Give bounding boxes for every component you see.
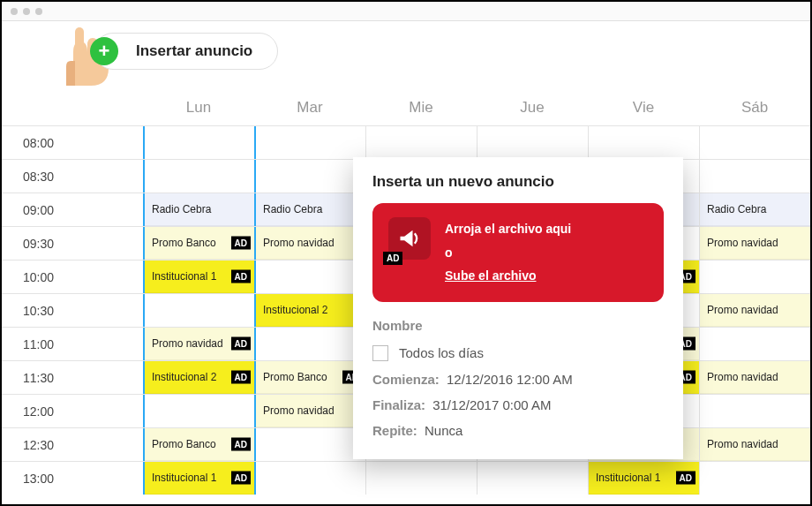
time-label: 11:00 [2, 328, 143, 360]
day-header: Sáb [699, 99, 810, 117]
ad-badge: AD [231, 371, 251, 384]
time-label: 10:00 [2, 261, 143, 293]
schedule-cell[interactable]: Promo BancoAD [254, 361, 365, 394]
schedule-cell[interactable]: Institucional 1AD [588, 462, 699, 495]
window-dot [35, 8, 42, 15]
time-label: 12:30 [2, 428, 143, 461]
insert-ad-button[interactable]: + Insertar anuncio [94, 33, 278, 70]
schedule-cell[interactable] [143, 294, 254, 327]
ad-badge: AD [231, 472, 251, 485]
event-block[interactable]: Promo navidad [700, 428, 810, 461]
ad-badge: AD [231, 438, 251, 451]
event-block[interactable]: Promo BancoAD [145, 428, 254, 461]
schedule-cell[interactable]: Promo navidad [699, 361, 810, 394]
time-label: 12:00 [2, 395, 143, 427]
repeat-label: Repite: [372, 423, 417, 438]
event-block[interactable]: Institucional 2 [256, 294, 365, 327]
schedule-cell[interactable] [254, 126, 365, 159]
schedule-cell[interactable]: Promo navidadAD [143, 328, 254, 360]
end-value[interactable]: 31/12/2017 0:00 AM [432, 397, 551, 412]
time-label: 08:30 [2, 160, 143, 193]
event-block[interactable]: Institucional 1AD [145, 462, 254, 495]
schedule-cell[interactable]: Institucional 1AD [143, 261, 254, 293]
event-block[interactable]: Promo navidad [256, 395, 365, 427]
day-header: Mie [365, 99, 477, 117]
event-block[interactable]: Radio Cebra [700, 193, 810, 226]
schedule-cell[interactable]: Promo BancoAD [143, 227, 254, 260]
insert-ad-label: Insertar anuncio [136, 42, 252, 60]
schedule-cell[interactable] [365, 126, 477, 159]
schedule-cell[interactable]: Institucional 2AD [143, 361, 254, 394]
schedule-cell[interactable]: Promo navidad [254, 227, 365, 260]
schedule-cell[interactable]: Institucional 1AD [143, 462, 254, 495]
schedule-cell[interactable] [254, 428, 365, 461]
schedule-cell[interactable] [699, 395, 810, 427]
popup-title: Inserta un nuevo anuncio [372, 173, 664, 191]
schedule-cell[interactable]: Radio Cebra [699, 193, 810, 226]
schedule-cell[interactable] [254, 462, 365, 495]
ad-badge: AD [676, 472, 695, 485]
schedule-cell[interactable] [143, 126, 254, 159]
day-header: Mar [254, 99, 365, 117]
schedule-cell[interactable] [143, 160, 254, 193]
schedule-cell[interactable] [699, 261, 810, 293]
schedule-cell[interactable] [699, 462, 810, 495]
event-block[interactable]: Institucional 1AD [589, 462, 699, 495]
schedule-cell[interactable] [254, 328, 365, 360]
everyday-checkbox[interactable] [372, 345, 388, 361]
event-block[interactable]: Promo BancoAD [256, 361, 365, 394]
everyday-label: Todos los días [399, 345, 484, 360]
schedule-cell[interactable] [143, 395, 254, 427]
event-block[interactable]: Promo navidad [700, 294, 810, 327]
schedule-cell[interactable] [588, 126, 699, 159]
day-header: Lun [143, 99, 254, 117]
schedule-cell[interactable] [699, 328, 810, 360]
megaphone-icon: AD [388, 217, 431, 260]
drop-text: Arroja el archivo aqui [445, 217, 571, 241]
event-block[interactable]: Radio Cebra [256, 193, 365, 226]
schedule-cell[interactable]: Promo navidad [699, 227, 810, 260]
schedule-cell[interactable] [477, 462, 588, 495]
schedule-cell[interactable]: Promo BancoAD [143, 428, 254, 461]
start-value[interactable]: 12/12/2016 12:00 AM [447, 372, 573, 387]
schedule-cell[interactable] [254, 261, 365, 293]
schedule-cell[interactable] [365, 462, 477, 495]
event-block[interactable]: Radio Cebra [145, 193, 254, 226]
time-label: 09:30 [2, 227, 143, 260]
app-window: + Insertar anuncio Lun Mar Mie Jue Vie S… [0, 0, 812, 506]
schedule-cell[interactable]: Radio Cebra [254, 193, 365, 226]
time-label: 13:00 [2, 462, 143, 495]
svg-rect-0 [75, 27, 84, 52]
drop-or: o [445, 241, 571, 265]
event-block[interactable]: Institucional 2AD [145, 361, 254, 394]
schedule-cell[interactable]: Radio Cebra [143, 193, 254, 226]
schedule-row: 08:00 [2, 125, 810, 159]
event-block[interactable]: Promo navidad [700, 361, 810, 394]
event-block[interactable]: Promo navidad [256, 227, 365, 260]
schedule-cell[interactable] [699, 126, 810, 159]
file-dropzone[interactable]: AD Arroja el archivo aqui o Sube el arch… [372, 203, 664, 302]
ad-badge: AD [383, 252, 402, 265]
day-header: Jue [477, 99, 588, 117]
schedule-cell[interactable] [699, 160, 810, 193]
end-label: Finaliza: [372, 397, 425, 412]
time-label: 08:00 [2, 126, 143, 159]
schedule-cell[interactable]: Promo navidad [699, 428, 810, 461]
schedule-cell[interactable]: Promo navidad [699, 294, 810, 327]
event-block[interactable]: Promo navidad [700, 227, 810, 260]
window-dot [23, 8, 30, 15]
name-label: Nombre [372, 318, 664, 333]
event-block[interactable]: Promo navidadAD [145, 328, 254, 360]
ad-badge: AD [231, 337, 251, 351]
event-block[interactable]: Institucional 1AD [145, 261, 254, 293]
schedule-cell[interactable] [254, 160, 365, 193]
upload-link[interactable]: Sube el archivo [445, 268, 536, 283]
schedule-cell[interactable] [477, 126, 588, 159]
ad-badge: AD [231, 237, 251, 250]
schedule-cell[interactable]: Promo navidad [254, 395, 365, 427]
day-header: Vie [588, 99, 699, 117]
time-label: 11:30 [2, 361, 143, 394]
repeat-value[interactable]: Nunca [425, 423, 462, 438]
schedule-cell[interactable]: Institucional 2 [254, 294, 365, 327]
event-block[interactable]: Promo BancoAD [145, 227, 254, 260]
